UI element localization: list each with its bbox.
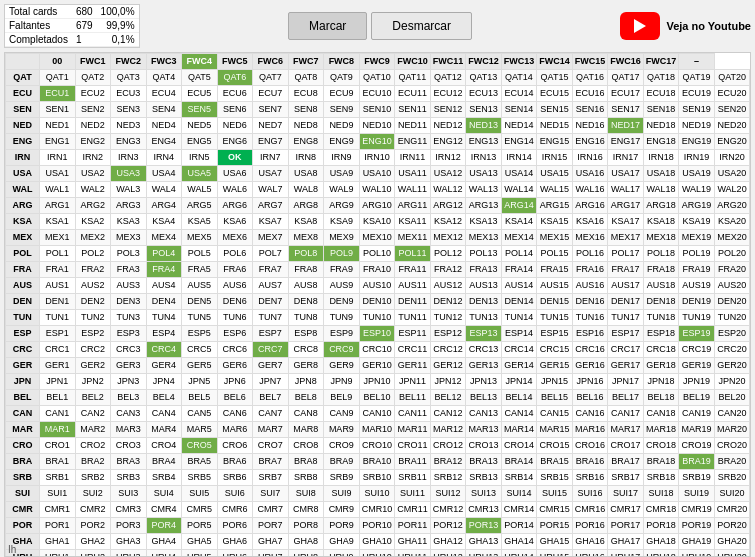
grid-cell[interactable]: WAL17	[608, 182, 644, 198]
grid-cell[interactable]: SRB9	[324, 470, 360, 486]
grid-cell[interactable]: IRN17	[608, 150, 644, 166]
grid-cell[interactable]: MAR7	[253, 422, 289, 438]
grid-cell[interactable]: JPN4	[146, 374, 182, 390]
grid-cell[interactable]: ECU	[6, 86, 40, 102]
grid-cell[interactable]: KSA20	[714, 214, 750, 230]
grid-cell[interactable]: CAN14	[501, 406, 537, 422]
grid-cell[interactable]: URU18	[643, 550, 679, 558]
grid-cell[interactable]: SEN8	[288, 102, 324, 118]
grid-cell[interactable]: BRA8	[288, 454, 324, 470]
grid-cell[interactable]: CAN17	[608, 406, 644, 422]
grid-cell[interactable]: CRC7	[253, 342, 289, 358]
grid-cell[interactable]: URU5	[182, 550, 218, 558]
grid-cell[interactable]: CRC2	[75, 342, 111, 358]
grid-cell[interactable]: BEL7	[253, 390, 289, 406]
grid-cell[interactable]: CMR16	[572, 502, 608, 518]
grid-cell[interactable]: BEL11	[395, 390, 431, 406]
grid-cell[interactable]: SRB3	[111, 470, 147, 486]
grid-cell[interactable]: POR19	[679, 518, 715, 534]
grid-cell[interactable]: GER18	[643, 358, 679, 374]
grid-cell[interactable]: ECU6	[217, 86, 253, 102]
grid-cell[interactable]: BRA5	[182, 454, 218, 470]
grid-cell[interactable]: GER12	[430, 358, 466, 374]
grid-cell[interactable]: IRN15	[537, 150, 573, 166]
grid-cell[interactable]: AUS2	[75, 278, 111, 294]
grid-cell[interactable]: USA16	[572, 166, 608, 182]
grid-cell[interactable]: MEX12	[430, 230, 466, 246]
grid-cell[interactable]: TUN13	[466, 310, 502, 326]
grid-cell[interactable]: CRO8	[288, 438, 324, 454]
grid-cell[interactable]: –	[679, 54, 715, 70]
grid-cell[interactable]: CRC10	[359, 342, 395, 358]
grid-cell[interactable]: NED8	[288, 118, 324, 134]
grid-cell[interactable]: BEL18	[643, 390, 679, 406]
grid-cell[interactable]: FRA6	[217, 262, 253, 278]
grid-cell[interactable]: BEL15	[537, 390, 573, 406]
grid-cell[interactable]: AUS	[6, 278, 40, 294]
grid-cell[interactable]: POL6	[217, 246, 253, 262]
grid-cell[interactable]: GER20	[714, 358, 750, 374]
grid-cell[interactable]: SUI16	[572, 486, 608, 502]
grid-cell[interactable]: CMR12	[430, 502, 466, 518]
grid-cell[interactable]: BRA	[6, 454, 40, 470]
grid-cell[interactable]: FWC1	[75, 54, 111, 70]
grid-cell[interactable]: ENG11	[395, 134, 431, 150]
grid-cell[interactable]: POL8	[288, 246, 324, 262]
grid-cell[interactable]: USA9	[324, 166, 360, 182]
grid-cell[interactable]: AUS4	[146, 278, 182, 294]
grid-cell[interactable]: URU13	[466, 550, 502, 558]
grid-cell[interactable]: FWC5	[217, 54, 253, 70]
grid-cell[interactable]: QAT7	[253, 70, 289, 86]
grid-cell[interactable]: IRN12	[430, 150, 466, 166]
grid-cell[interactable]: ESP	[6, 326, 40, 342]
grid-cell[interactable]: ECU7	[253, 86, 289, 102]
grid-cell[interactable]: JPN10	[359, 374, 395, 390]
grid-cell[interactable]: IRN16	[572, 150, 608, 166]
grid-cell[interactable]: SUI18	[643, 486, 679, 502]
grid-cell[interactable]: KSA1	[40, 214, 76, 230]
grid-cell[interactable]: KSA15	[537, 214, 573, 230]
grid-cell[interactable]: IRN13	[466, 150, 502, 166]
grid-cell[interactable]: JPN8	[288, 374, 324, 390]
grid-cell[interactable]: NED19	[679, 118, 715, 134]
grid-cell[interactable]: BRA12	[430, 454, 466, 470]
grid-cell[interactable]: TUN16	[572, 310, 608, 326]
grid-cell[interactable]: GER17	[608, 358, 644, 374]
grid-cell[interactable]: USA2	[75, 166, 111, 182]
grid-cell[interactable]: BEL12	[430, 390, 466, 406]
grid-cell[interactable]: FRA3	[111, 262, 147, 278]
grid-cell[interactable]: CAN7	[253, 406, 289, 422]
grid-cell[interactable]: CRO7	[253, 438, 289, 454]
grid-cell[interactable]: AUS17	[608, 278, 644, 294]
grid-cell[interactable]: MEX7	[253, 230, 289, 246]
grid-cell[interactable]: DEN12	[430, 294, 466, 310]
grid-cell[interactable]: MAR15	[537, 422, 573, 438]
grid-cell[interactable]: SEN	[6, 102, 40, 118]
grid-cell[interactable]: CAN5	[182, 406, 218, 422]
grid-cell[interactable]: BRA17	[608, 454, 644, 470]
grid-cell[interactable]: BRA18	[643, 454, 679, 470]
grid-cell[interactable]: KSA17	[608, 214, 644, 230]
grid-cell[interactable]: WAL16	[572, 182, 608, 198]
grid-cell[interactable]: BEL3	[111, 390, 147, 406]
grid-cell[interactable]: CAN	[6, 406, 40, 422]
grid-cell[interactable]: ECU9	[324, 86, 360, 102]
grid-cell[interactable]: SEN13	[466, 102, 502, 118]
grid-cell[interactable]: URU6	[217, 550, 253, 558]
grid-cell[interactable]: JPN3	[111, 374, 147, 390]
grid-cell[interactable]: KSA19	[679, 214, 715, 230]
grid-cell[interactable]: ARG4	[146, 198, 182, 214]
grid-cell[interactable]: ARG1	[40, 198, 76, 214]
grid-cell[interactable]: GER2	[75, 358, 111, 374]
grid-cell[interactable]: URU16	[572, 550, 608, 558]
grid-cell[interactable]: WAL10	[359, 182, 395, 198]
grid-cell[interactable]: CRC14	[501, 342, 537, 358]
grid-cell[interactable]: NED14	[501, 118, 537, 134]
grid-cell[interactable]: JPN9	[324, 374, 360, 390]
grid-cell[interactable]: CRC4	[146, 342, 182, 358]
grid-cell[interactable]: SUI7	[253, 486, 289, 502]
grid-cell[interactable]: FRA5	[182, 262, 218, 278]
grid-cell[interactable]: BEL20	[714, 390, 750, 406]
grid-cell[interactable]: ENG16	[572, 134, 608, 150]
grid-cell[interactable]: ARG15	[537, 198, 573, 214]
